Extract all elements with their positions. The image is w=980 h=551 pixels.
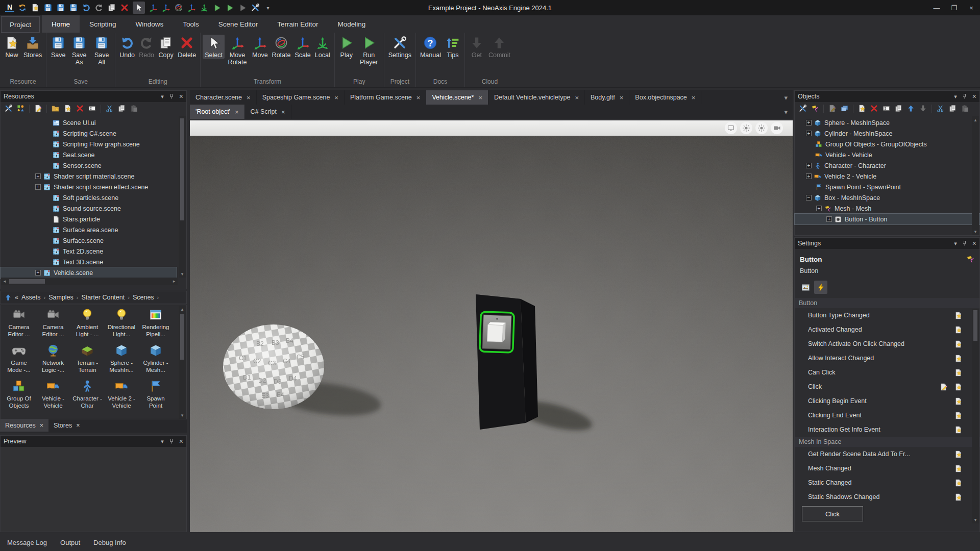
undo-icon[interactable] [82, 3, 91, 12]
menu-project[interactable]: Project [1, 16, 40, 33]
event-row[interactable]: Can Click [795, 365, 979, 380]
expander-icon[interactable]: + [806, 120, 812, 126]
open-window-icon[interactable] [841, 105, 848, 112]
event-row[interactable]: Clicking End Event [795, 408, 979, 422]
play-icon[interactable] [212, 3, 222, 12]
redo-icon[interactable] [94, 3, 104, 12]
resource-item[interactable]: Surface area.scene [1, 224, 186, 235]
pin-icon[interactable] [168, 438, 175, 444]
resource-item[interactable]: +Shader script screen effect.scene [1, 182, 186, 192]
menu-scripting[interactable]: Scripting [80, 15, 126, 33]
object-item[interactable]: +Sphere - MeshInSpace [795, 117, 979, 128]
asset-item[interactable]: Ambient Light - ... [71, 308, 104, 339]
tips-button[interactable]: Tips [443, 35, 462, 59]
settings-tools-icon[interactable] [251, 3, 260, 12]
rename-icon[interactable] [883, 105, 890, 112]
resource-item[interactable]: Scripting C#.scene [1, 128, 186, 139]
doc-tab[interactable]: Body.gltf× [585, 90, 629, 105]
stores-button[interactable]: Stores [21, 35, 44, 59]
doc-tab-active[interactable]: Vehicle.scene*× [426, 90, 488, 105]
close-icon[interactable]: × [334, 94, 338, 102]
add-handler-icon[interactable] [954, 426, 962, 434]
event-row[interactable]: Activated Changed [795, 322, 979, 337]
new-resource-icon[interactable] [31, 3, 40, 12]
add-handler-icon[interactable] [954, 369, 962, 377]
properties-tab-icon[interactable] [799, 281, 812, 294]
object-item[interactable]: +Cylinder - MeshInSpace [795, 128, 979, 139]
resource-item[interactable]: Text 2D.scene [1, 246, 186, 257]
menu-terrain-editor[interactable]: Terrain Editor [267, 15, 328, 33]
vertical-scrollbar[interactable]: ▾ [179, 116, 186, 278]
menu-windows[interactable]: Windows [126, 15, 174, 33]
events-tab-icon[interactable] [814, 281, 827, 294]
event-row[interactable]: Get Render Scene Data Add To Fr... [795, 447, 979, 461]
vertical-scrollbar[interactable]: ▴ ▾ [179, 306, 186, 419]
add-handler-icon[interactable] [954, 312, 962, 319]
settings-panel-header[interactable]: Settings ▾ × [795, 238, 979, 249]
panel-dropdown-icon[interactable]: ▾ [161, 93, 164, 100]
asset-item[interactable]: Group Of Objects [3, 380, 35, 410]
asset-item[interactable]: Network Logic -... [37, 344, 69, 374]
expander-icon[interactable]: + [816, 206, 822, 211]
save-icon[interactable] [43, 3, 53, 12]
display-mode-icon[interactable] [725, 122, 737, 134]
tab-list-dropdown-icon[interactable]: ▾ [779, 105, 793, 119]
doc-tab[interactable]: Box.objectinspace× [629, 90, 701, 105]
components-icon[interactable] [17, 105, 24, 112]
copy-icon[interactable] [107, 3, 116, 12]
menu-modeling[interactable]: Modeling [328, 15, 375, 33]
close-icon[interactable]: × [478, 94, 482, 102]
new-button[interactable]: New [2, 35, 21, 59]
resource-item[interactable]: Soft particles.scene [1, 192, 186, 203]
close-icon[interactable]: × [692, 94, 696, 102]
add-handler-icon[interactable] [954, 412, 962, 419]
undo-button[interactable]: Undo [117, 35, 137, 59]
qat-dropdown-icon[interactable]: ▾ [263, 3, 273, 12]
add-handler-icon[interactable] [954, 326, 962, 334]
expander-icon[interactable]: + [35, 173, 41, 179]
options-icon[interactable] [799, 105, 806, 112]
close-icon[interactable]: × [620, 94, 624, 102]
new-object-icon[interactable] [858, 105, 866, 112]
cut-icon[interactable] [106, 105, 113, 112]
edit-icon[interactable] [34, 105, 42, 112]
save-button[interactable]: Save [48, 35, 68, 59]
save-as-icon[interactable] [56, 3, 65, 12]
move-button[interactable]: Move [250, 35, 270, 59]
pin-icon[interactable] [168, 93, 175, 99]
doc-tab[interactable]: Default Vehicle.vehicletype× [488, 90, 585, 105]
tab-list-dropdown-icon[interactable]: ▾ [779, 90, 793, 105]
object-item[interactable]: +Mesh - Mesh [795, 203, 979, 214]
close-icon[interactable]: × [235, 108, 239, 116]
expander-icon[interactable]: + [826, 216, 832, 222]
expander-icon[interactable]: + [806, 131, 812, 136]
resource-item[interactable]: Scene UI.ui [1, 117, 186, 128]
add-handler-icon[interactable] [954, 340, 962, 348]
neoaxis-logo-icon[interactable]: N [5, 3, 14, 12]
resources-panel-header[interactable]: Resources ▾ × [1, 91, 186, 102]
add-handler-icon[interactable] [954, 479, 962, 487]
close-icon[interactable]: × [416, 94, 421, 102]
doc-tab[interactable]: Character.scene× [190, 90, 257, 105]
add-handler-icon[interactable] [954, 355, 962, 362]
vertical-scrollbar[interactable]: ▾ [972, 309, 979, 523]
horizontal-scrollbar[interactable]: ◂ ▸ [1, 278, 178, 285]
object-item[interactable]: Spawn Point - SpawnPoint [795, 182, 979, 192]
close-button[interactable]: × [963, 0, 980, 15]
move-rotate-tool-icon[interactable] [149, 3, 158, 12]
local-button[interactable]: Local [313, 35, 332, 59]
run-player-button[interactable]: Run Player [356, 35, 382, 66]
select-tool-icon[interactable] [133, 2, 145, 14]
move-up-icon[interactable] [907, 105, 915, 112]
copy-icon[interactable] [118, 105, 126, 112]
doc-tab[interactable]: Spaceship Game.scene× [257, 90, 345, 105]
close-icon[interactable]: × [76, 422, 80, 429]
close-icon[interactable]: × [40, 422, 43, 429]
rotate-button[interactable]: Rotate [270, 35, 293, 59]
menu-scene-editor[interactable]: Scene Editor [209, 15, 267, 33]
pin-icon[interactable] [962, 240, 968, 246]
panel-close-icon[interactable]: × [972, 239, 976, 247]
asset-item[interactable]: Spawn Point [139, 380, 172, 410]
camera-view-icon[interactable] [771, 122, 783, 134]
panel-close-icon[interactable]: × [179, 92, 183, 101]
